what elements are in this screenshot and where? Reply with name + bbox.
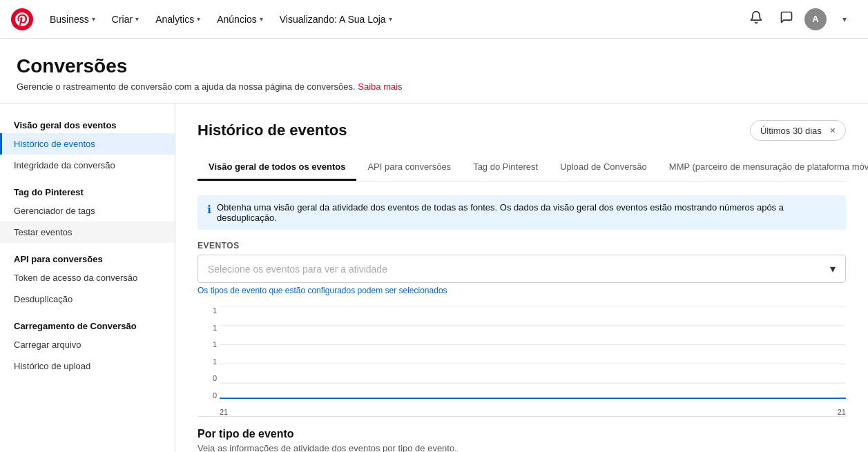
sidebar-item-historico-upload[interactable]: Histórico de upload (0, 355, 175, 377)
notification-button[interactable] (744, 7, 769, 32)
date-filter-close-icon[interactable]: × (830, 125, 836, 136)
top-nav: Business ▾ Criar ▾ Analytics ▾ Anúncios … (0, 0, 868, 39)
page-header: Conversões Gerencie o rastreamento de co… (0, 39, 868, 103)
sidebar-section-carregamento: Carregamento de Conversão Carregar arqui… (0, 315, 175, 377)
info-icon: ℹ (207, 203, 211, 216)
chart-x-labels: 21 21 (220, 402, 846, 416)
sidebar-section-tag-pinterest: Tag do Pinterest Gerenciador de tags Tes… (0, 181, 175, 243)
content-title: Histórico de eventos (197, 121, 347, 139)
nav-anuncios[interactable]: Anúncios ▾ (211, 10, 269, 29)
events-select[interactable]: Selecione os eventos para ver a atividad… (197, 255, 846, 283)
tab-api-conversoes[interactable]: API para conversões (356, 155, 462, 181)
sidebar-item-historico-eventos[interactable]: Histórico de eventos (0, 133, 175, 155)
tab-mmp[interactable]: MMP (parceiro de mensuração de plataform… (658, 155, 868, 181)
saiba-mais-link[interactable]: Saiba mais (358, 81, 402, 92)
y-label-4: 0 (213, 374, 217, 382)
x-label-start: 21 (220, 408, 228, 416)
sidebar-item-testar-eventos[interactable]: Testar eventos (0, 222, 175, 243)
info-text: Obtenha uma visão geral da atividade dos… (217, 202, 836, 223)
notification-icon (749, 10, 763, 28)
page-subtitle: Gerencie o rastreamento de conversão com… (17, 81, 851, 92)
user-avatar[interactable]: A (804, 8, 827, 30)
visualizando-chevron-icon: ▾ (389, 15, 392, 23)
sidebar: Visão geral dos eventos Histórico de eve… (0, 104, 175, 452)
events-label: Eventos (197, 241, 846, 250)
chart-area (220, 306, 846, 402)
sidebar-section-title-carregamento: Carregamento de Conversão (0, 315, 175, 334)
y-label-5: 0 (213, 391, 217, 400)
x-label-end: 21 (838, 408, 846, 416)
sidebar-section-title-tag-pinterest: Tag do Pinterest (0, 181, 175, 200)
criar-chevron-icon: ▾ (135, 15, 139, 23)
y-label-1: 1 (213, 324, 217, 332)
sidebar-item-desduplicacao[interactable]: Desduplicação (0, 288, 175, 310)
tab-visao-geral-eventos[interactable]: Visão geral de todos os eventos (197, 155, 356, 181)
expand-chevron-icon: ▾ (842, 14, 847, 24)
events-placeholder: Selecione os eventos para ver a atividad… (208, 264, 387, 275)
events-dropdown-icon: ▾ (830, 262, 836, 275)
chart-y-labels: 1 1 1 1 0 0 (197, 306, 217, 402)
date-filter-button[interactable]: Últimos 30 dias × (750, 120, 846, 141)
chat-icon (780, 10, 793, 28)
sidebar-section-api-conversoes: API para conversões Token de acesso da c… (0, 248, 175, 310)
chart-svg (220, 306, 846, 402)
main-layout: Visão geral dos eventos Histórico de eve… (0, 104, 868, 452)
analytics-chevron-icon: ▾ (197, 15, 200, 23)
y-label-3: 1 (213, 357, 217, 366)
nav-business[interactable]: Business ▾ (44, 10, 101, 29)
y-label-2: 1 (213, 340, 217, 348)
sidebar-section-title-api-conversoes: API para conversões (0, 248, 175, 267)
section-subtitle: Veja as informações de atividade dos eve… (197, 443, 846, 452)
sidebar-item-gerenciador-tags[interactable]: Gerenciador de tags (0, 200, 175, 222)
section-title: Por tipo de evento (197, 428, 846, 440)
sidebar-item-integridade-conversao[interactable]: Integridade da conversão (0, 155, 175, 176)
nav-analytics[interactable]: Analytics ▾ (150, 10, 206, 29)
sidebar-section-title-visao-geral: Visão geral dos eventos (0, 115, 175, 133)
tab-tag-pinterest[interactable]: Tag do Pinterest (462, 155, 549, 181)
chart-container: 1 1 1 1 0 0 (197, 306, 846, 417)
nav-visualizando[interactable]: Visualizando: A Sua Loja ▾ (274, 10, 398, 29)
sidebar-item-token-acesso[interactable]: Token de acesso da conversão (0, 267, 175, 288)
content-header: Histórico de eventos Últimos 30 dias × (197, 120, 846, 141)
tab-upload-conversao[interactable]: Upload de Conversão (549, 155, 658, 181)
tabs-row: Visão geral de todos os eventos API para… (197, 155, 846, 181)
business-chevron-icon: ▾ (92, 15, 95, 23)
svg-point-0 (11, 8, 33, 30)
content-area: Histórico de eventos Últimos 30 dias × V… (175, 104, 868, 452)
pinterest-logo[interactable] (11, 8, 33, 30)
y-label-0: 1 (213, 306, 217, 315)
date-filter-label: Últimos 30 dias (760, 126, 822, 136)
nav-criar[interactable]: Criar ▾ (106, 10, 144, 29)
anuncios-chevron-icon: ▾ (260, 15, 263, 23)
info-banner: ℹ Obtenha uma visão geral da atividade d… (197, 195, 846, 230)
sidebar-section-visao-geral: Visão geral dos eventos Histórico de eve… (0, 115, 175, 176)
events-hint: Os tipos de evento que estão configurado… (197, 286, 846, 295)
sidebar-item-carregar-arquivo[interactable]: Carregar arquivo (0, 334, 175, 355)
page-title: Conversões (17, 55, 851, 77)
chat-button[interactable] (774, 7, 799, 32)
nav-right-area: A ▾ (744, 7, 857, 32)
nav-expand-button[interactable]: ▾ (832, 7, 857, 32)
